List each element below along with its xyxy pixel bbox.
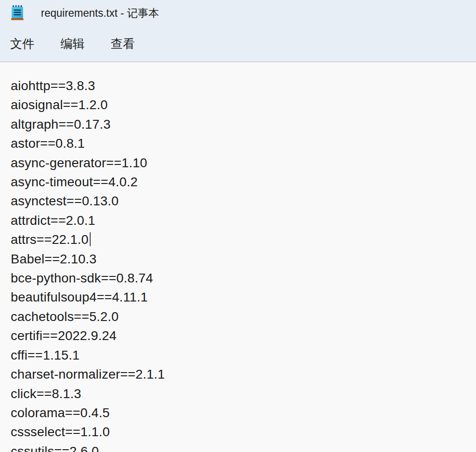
text-line[interactable]: cssutils==2.6.0: [11, 442, 471, 452]
menubar: 文件 编辑 查看: [0, 26, 476, 61]
text-line[interactable]: bce-python-sdk==0.8.74: [11, 269, 471, 288]
notepad-icon: [10, 5, 24, 21]
text-line[interactable]: aiohttp==3.8.3: [11, 76, 471, 95]
text-line[interactable]: asynctest==0.13.0: [11, 191, 471, 210]
text-editor[interactable]: aiohttp==3.8.3aiosignal==1.2.0altgraph==…: [0, 62, 476, 452]
text-line[interactable]: async-timeout==4.0.2: [11, 172, 471, 191]
menu-view[interactable]: 查看: [110, 34, 136, 54]
text-line[interactable]: click==8.1.3: [11, 384, 471, 403]
text-line[interactable]: cssselect==1.1.0: [11, 422, 471, 441]
text-caret: [90, 232, 91, 246]
text-line[interactable]: charset-normalizer==2.1.1: [11, 365, 471, 384]
window-chrome: requirements.txt - 记事本 文件 编辑 查看: [0, 0, 476, 62]
editor-lines: aiohttp==3.8.3aiosignal==1.2.0altgraph==…: [11, 76, 471, 452]
text-line[interactable]: attrs==22.1.0: [11, 230, 471, 249]
window-title: requirements.txt - 记事本: [41, 6, 159, 20]
text-line[interactable]: certifi==2022.9.24: [11, 326, 471, 345]
notepad-window: requirements.txt - 记事本 文件 编辑 查看 aiohttp=…: [0, 0, 476, 452]
text-line[interactable]: aiosignal==1.2.0: [11, 95, 471, 114]
text-line[interactable]: Babel==2.10.3: [11, 249, 471, 269]
text-line[interactable]: beautifulsoup4==4.11.1: [11, 288, 471, 307]
titlebar[interactable]: requirements.txt - 记事本: [0, 0, 476, 26]
text-line[interactable]: altgraph==0.17.3: [11, 115, 471, 134]
text-line[interactable]: attrdict==2.0.1: [11, 211, 471, 230]
text-line[interactable]: colorama==0.4.5: [11, 403, 471, 422]
menu-file[interactable]: 文件: [9, 34, 35, 54]
text-line[interactable]: cachetools==5.2.0: [11, 307, 471, 326]
text-line[interactable]: cffi==1.15.1: [11, 346, 471, 365]
text-line[interactable]: astor==0.8.1: [11, 134, 471, 153]
menu-edit[interactable]: 编辑: [60, 34, 86, 54]
text-line[interactable]: async-generator==1.10: [11, 153, 471, 172]
